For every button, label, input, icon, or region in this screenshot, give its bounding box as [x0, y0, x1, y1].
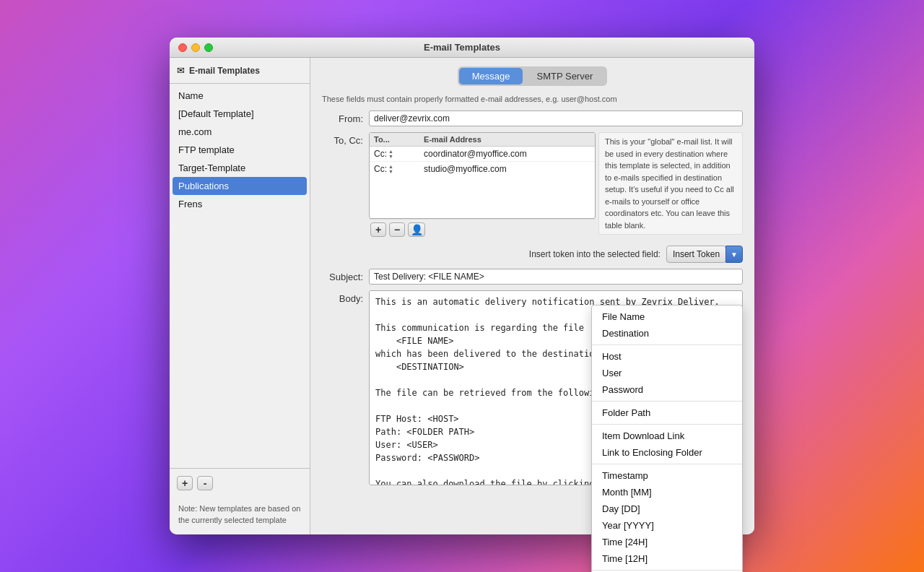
- title-bar: E-mail Templates: [170, 38, 754, 58]
- cc-email-cell: coordinator@myoffice.com: [419, 147, 595, 162]
- cc-type-cell: Cc: ▲ ▼: [370, 147, 419, 162]
- cc-table-row: Cc: ▲ ▼ studio@myoffice.com: [370, 162, 595, 177]
- cc-action-button[interactable]: 👤: [408, 222, 425, 237]
- cc-stepper[interactable]: ▲ ▼: [388, 164, 397, 174]
- tab-smtp[interactable]: SMTP Server: [523, 68, 606, 84]
- close-button[interactable]: [178, 43, 187, 52]
- sidebar-item[interactable]: Publications: [173, 177, 307, 195]
- add-template-button[interactable]: +: [177, 476, 193, 490]
- sidebar-footer: + -: [170, 468, 310, 498]
- sidebar-item[interactable]: Frens: [170, 195, 310, 213]
- cc-stepper[interactable]: ▲ ▼: [388, 149, 397, 159]
- minimize-button[interactable]: [191, 43, 200, 52]
- dropdown-item[interactable]: Link to Enclosing Folder: [592, 444, 742, 461]
- to-cc-label: To, Cc:: [322, 132, 369, 146]
- sidebar-item[interactable]: me.com: [170, 123, 310, 141]
- sidebar-item[interactable]: [Default Template]: [170, 105, 310, 123]
- to-cc-table: To... E-mail Address Cc: ▲ ▼: [369, 132, 596, 219]
- insert-token-dropdown-button[interactable]: ▼: [725, 246, 743, 263]
- sidebar-item[interactable]: Target-Template: [170, 159, 310, 177]
- dropdown-item[interactable]: Timestamp: [592, 467, 742, 484]
- sidebar: ✉ E-mail Templates Name[Default Template…: [170, 58, 310, 534]
- dropdown-separator: [592, 424, 742, 425]
- info-text: These fields must contain properly forma…: [322, 95, 743, 103]
- maximize-button[interactable]: [204, 43, 213, 52]
- from-input[interactable]: [369, 110, 743, 126]
- insert-token-group: Insert Token ▼: [666, 246, 743, 263]
- remove-template-button[interactable]: -: [197, 476, 213, 490]
- to-cc-table-wrapper: To... E-mail Address Cc: ▲ ▼: [369, 132, 596, 240]
- email-column-header: E-mail Address: [419, 133, 595, 147]
- remove-cc-button[interactable]: −: [389, 222, 405, 237]
- dropdown-item[interactable]: Destination: [592, 325, 742, 342]
- subject-row: Subject:: [322, 269, 743, 285]
- sidebar-header: ✉ E-mail Templates: [170, 58, 310, 84]
- dropdown-item[interactable]: Host: [592, 348, 742, 365]
- dropdown-separator: [592, 344, 742, 345]
- main-window: E-mail Templates ✉ E-mail Templates Name…: [170, 38, 754, 534]
- traffic-lights: [178, 43, 213, 52]
- dropdown-item[interactable]: Day [DD]: [592, 500, 742, 517]
- tab-message[interactable]: Message: [459, 68, 523, 84]
- cc-type-cell: Cc: ▲ ▼: [370, 162, 419, 177]
- contact-icon: 👤: [411, 225, 423, 235]
- tab-group: Message SMTP Server: [458, 66, 608, 86]
- to-cc-area: To, Cc: To... E-mail Address: [322, 132, 743, 240]
- insert-token-button[interactable]: Insert Token: [666, 246, 726, 263]
- sidebar-note: Note: New templates are based on the cur…: [170, 498, 310, 534]
- tabs-bar: Message SMTP Server: [322, 66, 743, 86]
- dropdown-item[interactable]: Folder Path: [592, 404, 742, 421]
- dropdown-item[interactable]: Item Download Link: [592, 428, 742, 444]
- body-label: Body:: [322, 290, 369, 304]
- from-row: From:: [322, 110, 743, 126]
- from-label: From:: [322, 113, 369, 124]
- dropdown-separator: [592, 464, 742, 464]
- to-cc-controls: + − 👤: [369, 219, 596, 240]
- dropdown-item[interactable]: Password: [592, 381, 742, 398]
- token-label: Insert token into the selected field:: [529, 249, 661, 259]
- dropdown-item[interactable]: File Name: [592, 308, 742, 325]
- dropdown-item[interactable]: Month [MM]: [592, 484, 742, 500]
- token-row: Insert token into the selected field: In…: [322, 246, 743, 263]
- chevron-down-icon: ▼: [731, 251, 738, 259]
- sidebar-header-label: E-mail Templates: [189, 66, 260, 76]
- dropdown-item[interactable]: Time [12H]: [592, 550, 742, 567]
- dropdown-separator: [592, 570, 742, 571]
- dropdown-item[interactable]: Year [YYYY]: [592, 517, 742, 534]
- cc-email-cell: studio@myoffice.com: [419, 162, 595, 177]
- to-column-header: To...: [370, 133, 419, 147]
- dropdown-menu: File NameDestinationHostUserPasswordFold…: [591, 305, 743, 572]
- email-icon: ✉: [177, 65, 185, 76]
- sidebar-item[interactable]: FTP template: [170, 141, 310, 159]
- dropdown-separator: [592, 401, 742, 402]
- cc-table-row: Cc: ▲ ▼ coordinator@myoffice.com: [370, 147, 595, 162]
- subject-label: Subject:: [322, 272, 369, 282]
- to-cc-info: This is your "global" e-mail list. It wi…: [598, 132, 743, 235]
- dropdown-item[interactable]: User: [592, 365, 742, 381]
- sidebar-list: Name[Default Template]me.comFTP template…: [170, 84, 310, 468]
- dropdown-item[interactable]: Time [24H]: [592, 534, 742, 550]
- sidebar-item[interactable]: Name: [170, 87, 310, 105]
- subject-input[interactable]: [369, 269, 743, 285]
- add-cc-button[interactable]: +: [370, 222, 386, 237]
- window-title: E-mail Templates: [424, 42, 500, 53]
